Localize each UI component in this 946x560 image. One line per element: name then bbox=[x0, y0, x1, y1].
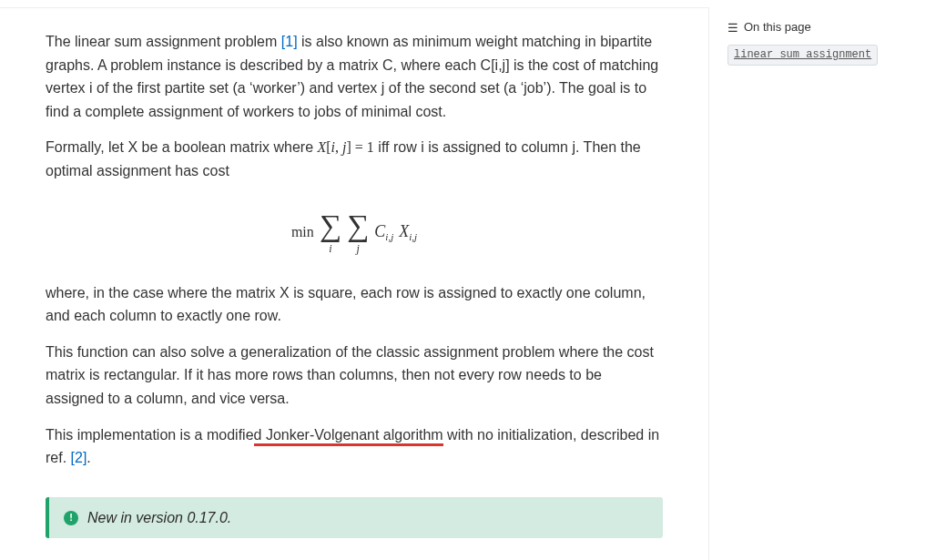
notes-paragraph-5: This implementation is a modified Jonker… bbox=[46, 423, 663, 470]
notes-paragraph-3: where, in the case where the matrix X is… bbox=[46, 281, 663, 328]
equation-block: min ∑ i ∑ j Ci,j Xi,j bbox=[46, 210, 663, 254]
notes-paragraph-4: This function can also solve a generaliz… bbox=[46, 341, 663, 411]
notes-paragraph-1: The linear sum assignment problem [1] is… bbox=[46, 30, 663, 123]
version-added-admonition: ! New in version 0.17.0. bbox=[46, 497, 663, 539]
math-x: X bbox=[399, 222, 409, 240]
main-content: The linear sum assignment problem [1] is… bbox=[0, 7, 709, 560]
text: Formally, let X be a boolean matrix wher… bbox=[46, 139, 318, 155]
math-sub-ij: i,j bbox=[409, 231, 417, 242]
toc-heading: ☰ On this page bbox=[727, 18, 933, 37]
reference-link-2[interactable]: [2] bbox=[71, 450, 87, 465]
text: This implementation is a modifie bbox=[46, 427, 254, 443]
toc-title-text: On this page bbox=[744, 18, 811, 37]
info-icon: ! bbox=[64, 511, 78, 525]
list-icon: ☰ bbox=[727, 22, 738, 34]
toc-link-linear-sum-assignment[interactable]: linear_sum_assignment bbox=[727, 45, 878, 66]
highlighted-phrase: d Jonker-Volgenant algorithm bbox=[254, 427, 443, 446]
reference-link-1[interactable]: [1] bbox=[281, 34, 298, 49]
math-sum-i: ∑ i bbox=[320, 210, 341, 254]
math-term-c: Ci,j bbox=[374, 219, 393, 246]
math-sub-ij: i,j bbox=[385, 231, 393, 242]
text: The linear sum assignment problem bbox=[46, 34, 281, 49]
math-sub-i: i bbox=[329, 243, 331, 254]
math-sub-j: j bbox=[357, 243, 360, 254]
math-var-x: X bbox=[318, 139, 327, 155]
text: . bbox=[86, 450, 90, 465]
math-eq-one: = 1 bbox=[351, 139, 374, 155]
math-c: C bbox=[374, 222, 385, 240]
admonition-text: New in version 0.17.0. bbox=[87, 506, 231, 530]
math-comma: , bbox=[335, 139, 342, 155]
on-this-page-sidebar: ☰ On this page linear_sum_assignment bbox=[709, 0, 946, 560]
sigma-icon: ∑ bbox=[347, 210, 369, 241]
math-min: min bbox=[291, 220, 314, 244]
notes-paragraph-2: Formally, let X be a boolean matrix wher… bbox=[46, 136, 663, 182]
math-sum-j: ∑ j bbox=[347, 210, 369, 254]
sigma-icon: ∑ bbox=[320, 210, 341, 241]
math-term-x: Xi,j bbox=[399, 219, 417, 246]
